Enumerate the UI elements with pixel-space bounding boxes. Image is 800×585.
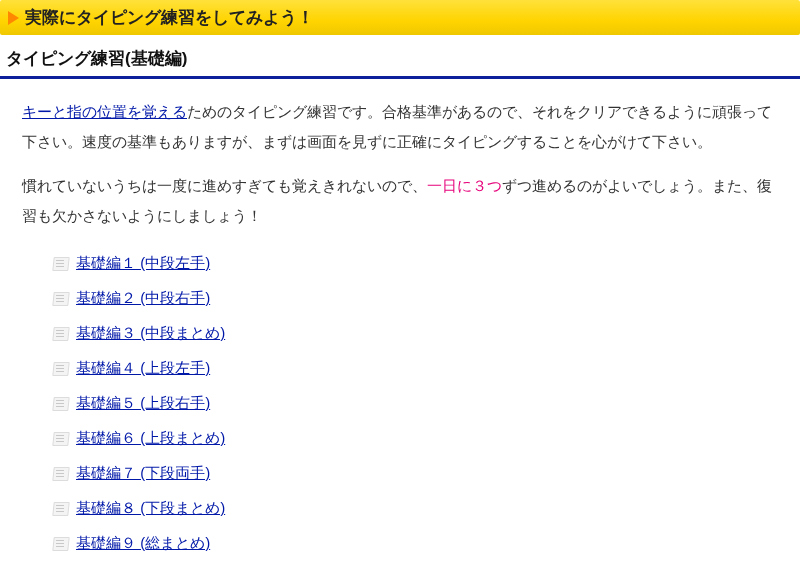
document-icon <box>52 535 70 551</box>
document-icon <box>52 325 70 341</box>
document-icon <box>52 395 70 411</box>
list-item: 基礎編１ (中段左手) <box>52 245 778 280</box>
lesson-list: 基礎編１ (中段左手) 基礎編２ (中段右手) 基礎編３ (中段まとめ) 基礎編… <box>22 245 778 560</box>
lesson-link-8[interactable]: 基礎編８ (下段まとめ) <box>76 494 225 521</box>
list-item: 基礎編７ (下段両手) <box>52 455 778 490</box>
list-item: 基礎編５ (上段右手) <box>52 385 778 420</box>
document-icon <box>52 465 70 481</box>
lesson-link-2[interactable]: 基礎編２ (中段右手) <box>76 284 210 311</box>
lesson-link-9[interactable]: 基礎編９ (総まとめ) <box>76 529 210 556</box>
lesson-link-3[interactable]: 基礎編３ (中段まとめ) <box>76 319 225 346</box>
intro-paragraph: キーと指の位置を覚えるためのタイピング練習です。合格基準があるので、それをクリア… <box>22 97 778 157</box>
document-icon <box>52 360 70 376</box>
advice-highlight: 一日に３つ <box>427 177 502 194</box>
list-item: 基礎編９ (総まとめ) <box>52 525 778 560</box>
banner-title: 実際にタイピング練習をしてみよう！ <box>25 6 314 29</box>
advice-before: 慣れていないうちは一度に進めすぎても覚えきれないので、 <box>22 177 427 194</box>
section-banner: 実際にタイピング練習をしてみよう！ <box>0 0 800 35</box>
document-icon <box>52 430 70 446</box>
list-item: 基礎編８ (下段まとめ) <box>52 490 778 525</box>
list-item: 基礎編６ (上段まとめ) <box>52 420 778 455</box>
content-area: キーと指の位置を覚えるためのタイピング練習です。合格基準があるので、それをクリア… <box>0 97 800 580</box>
list-item: 基礎編３ (中段まとめ) <box>52 315 778 350</box>
list-item: 基礎編４ (上段左手) <box>52 350 778 385</box>
lesson-link-7[interactable]: 基礎編７ (下段両手) <box>76 459 210 486</box>
advice-paragraph: 慣れていないうちは一度に進めすぎても覚えきれないので、一日に３つずつ進めるのがよ… <box>22 171 778 231</box>
key-position-link[interactable]: キーと指の位置を覚える <box>22 103 187 120</box>
lesson-link-5[interactable]: 基礎編５ (上段右手) <box>76 389 210 416</box>
lesson-link-1[interactable]: 基礎編１ (中段左手) <box>76 249 210 276</box>
document-icon <box>52 290 70 306</box>
section-subhead: タイピング練習(基礎編) <box>0 43 800 79</box>
lesson-link-4[interactable]: 基礎編４ (上段左手) <box>76 354 210 381</box>
lesson-link-6[interactable]: 基礎編６ (上段まとめ) <box>76 424 225 451</box>
document-icon <box>52 500 70 516</box>
list-item: 基礎編２ (中段右手) <box>52 280 778 315</box>
document-icon <box>52 255 70 271</box>
triangle-icon <box>8 11 19 25</box>
